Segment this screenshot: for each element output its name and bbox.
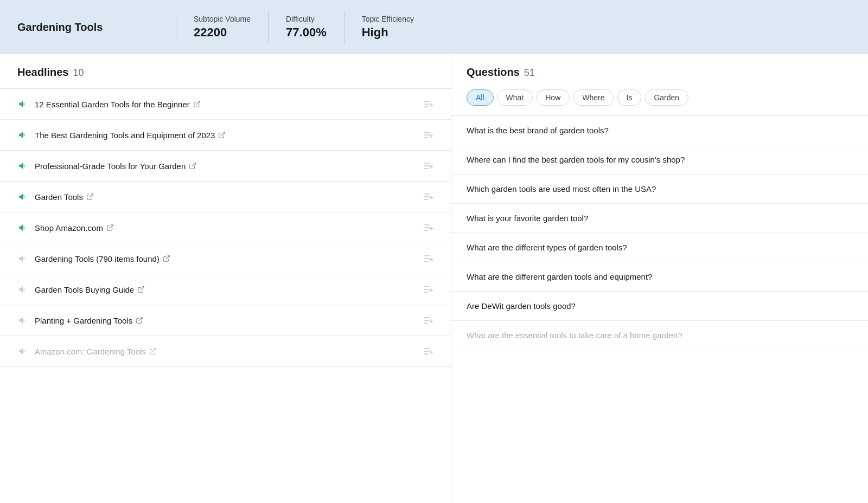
svg-line-30 xyxy=(166,256,169,259)
external-link-icon[interactable] xyxy=(189,162,196,170)
list-item: Professional-Grade Tools for Your Garden xyxy=(0,151,451,182)
questions-header: Questions 51 All What How Where Is Garde… xyxy=(451,54,868,116)
headlines-title: Headlines xyxy=(17,66,68,79)
list-item: Gardening Tools (790 items found) xyxy=(0,243,451,274)
external-link-icon[interactable] xyxy=(193,100,201,108)
svg-line-48 xyxy=(152,349,156,352)
headline-text: Garden Tools Buying Guide xyxy=(35,285,416,294)
filter-tab-is[interactable]: Is xyxy=(617,89,642,106)
list-item: Are DeWit garden tools good? xyxy=(451,292,868,321)
list-item: What is your favorite garden tool? xyxy=(451,204,868,233)
list-item: 12 Essential Garden Tools for the Beginn… xyxy=(0,89,451,120)
add-to-outline-button[interactable] xyxy=(423,130,433,140)
external-link-icon[interactable] xyxy=(86,193,94,201)
headline-text: Garden Tools xyxy=(35,192,416,202)
questions-panel: Questions 51 All What How Where Is Garde… xyxy=(451,54,868,503)
add-to-outline-button[interactable] xyxy=(423,99,433,109)
svg-line-42 xyxy=(139,318,142,321)
headlines-panel: Headlines 10 12 Essential Garden Tools f… xyxy=(0,54,451,503)
filter-tab-how[interactable]: How xyxy=(536,89,570,106)
filter-tab-all[interactable]: All xyxy=(467,89,494,106)
megaphone-icon xyxy=(17,99,28,109)
questions-title-row: Questions 51 xyxy=(451,54,868,79)
difficulty-label: Difficulty xyxy=(286,15,327,23)
subtopic-label: Subtopic Volume xyxy=(194,15,251,23)
list-item: What are the different garden tools and … xyxy=(451,262,868,292)
list-item: The Best Gardening Tools and Equipment o… xyxy=(0,120,451,151)
add-to-outline-button[interactable] xyxy=(423,315,433,326)
add-to-outline-button[interactable] xyxy=(423,346,433,357)
list-item: Garden Tools xyxy=(0,182,451,212)
headline-text: Gardening Tools (790 items found) xyxy=(35,254,416,263)
headline-text: Planting + Gardening Tools xyxy=(35,316,416,325)
add-to-outline-button[interactable] xyxy=(423,284,433,295)
filter-tabs: All What How Where Is Garden xyxy=(451,79,868,115)
external-link-icon[interactable] xyxy=(163,255,170,262)
header-stat-efficiency: Topic Efficiency High xyxy=(362,15,414,40)
header-stat-subtopic: Subtopic Volume 22200 xyxy=(194,15,251,40)
megaphone-muted-icon xyxy=(17,315,28,326)
external-link-icon[interactable] xyxy=(218,131,226,139)
headline-text: Shop Amazon.com xyxy=(35,223,416,233)
header: Gardening Tools Subtopic Volume 22200 Di… xyxy=(0,0,868,54)
svg-line-24 xyxy=(110,225,113,228)
external-link-icon[interactable] xyxy=(137,286,145,293)
add-to-outline-button[interactable] xyxy=(423,253,433,264)
questions-title: Questions xyxy=(467,66,520,79)
header-divider-3 xyxy=(344,11,344,43)
headline-text: Amazon.com: Gardening Tools xyxy=(35,347,416,356)
main-content: Headlines 10 12 Essential Garden Tools f… xyxy=(0,54,868,503)
svg-line-6 xyxy=(221,132,225,136)
megaphone-muted-icon xyxy=(17,346,28,357)
headline-text: Professional-Grade Tools for Your Garden xyxy=(35,162,416,171)
list-item: Planting + Gardening Tools xyxy=(0,305,451,336)
svg-line-12 xyxy=(192,163,195,166)
header-title: Gardening Tools xyxy=(17,21,158,34)
megaphone-icon xyxy=(17,191,28,202)
efficiency-label: Topic Efficiency xyxy=(362,15,414,23)
header-divider-2 xyxy=(268,11,269,43)
header-stat-difficulty: Difficulty 77.00% xyxy=(286,15,327,40)
list-item: What are the different types of garden t… xyxy=(451,233,868,262)
megaphone-icon xyxy=(17,222,28,233)
header-divider-1 xyxy=(176,11,176,43)
svg-line-18 xyxy=(90,194,93,197)
external-link-icon[interactable] xyxy=(149,347,157,355)
add-to-outline-button[interactable] xyxy=(423,222,433,233)
headline-text: 12 Essential Garden Tools for the Beginn… xyxy=(35,100,416,109)
external-link-icon[interactable] xyxy=(136,317,143,324)
filter-tab-where[interactable]: Where xyxy=(573,89,614,106)
list-item: Amazon.com: Gardening Tools xyxy=(0,336,451,367)
megaphone-muted-icon xyxy=(17,253,28,264)
list-item: What is the best brand of garden tools? xyxy=(451,116,868,145)
filter-tab-garden[interactable]: Garden xyxy=(644,89,688,106)
megaphone-muted-icon xyxy=(17,284,28,295)
list-item: Which garden tools are used most often i… xyxy=(451,175,868,204)
list-item: What are the essential tools to take car… xyxy=(451,321,868,350)
svg-line-36 xyxy=(141,287,144,290)
add-to-outline-button[interactable] xyxy=(423,191,433,202)
headlines-count: 10 xyxy=(73,67,84,79)
external-link-icon[interactable] xyxy=(106,224,114,231)
list-item: Garden Tools Buying Guide xyxy=(0,274,451,305)
efficiency-value: High xyxy=(362,25,414,40)
list-item: Shop Amazon.com xyxy=(0,212,451,243)
list-item: Where can I find the best garden tools f… xyxy=(451,145,868,175)
headline-text: The Best Gardening Tools and Equipment o… xyxy=(35,131,416,140)
headlines-header: Headlines 10 xyxy=(0,54,451,89)
difficulty-value: 77.00% xyxy=(286,25,327,40)
megaphone-icon xyxy=(17,160,28,171)
add-to-outline-button[interactable] xyxy=(423,160,433,171)
subtopic-value: 22200 xyxy=(194,25,251,40)
filter-tab-what[interactable]: What xyxy=(497,89,533,106)
svg-line-0 xyxy=(196,101,200,105)
megaphone-icon xyxy=(17,130,28,140)
questions-count: 51 xyxy=(524,67,535,79)
